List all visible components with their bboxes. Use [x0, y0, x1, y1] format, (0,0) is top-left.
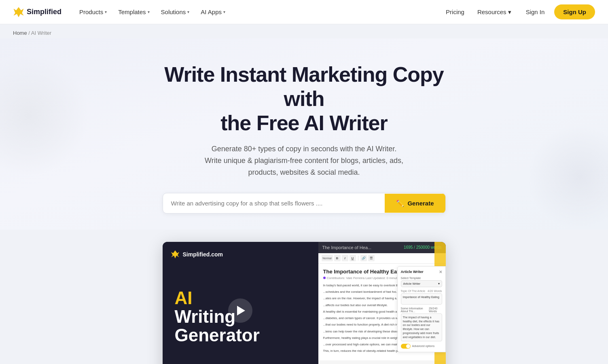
panel-close-button[interactable]: ✕ — [439, 270, 442, 274]
breadcrumb-home[interactable]: Home — [13, 30, 27, 36]
panel-advanced-options[interactable]: Advanced options — [401, 344, 442, 349]
hero-subtitle: Generate 80+ types of copy in seconds wi… — [187, 143, 422, 178]
nav-links: Products ▾ Templates ▾ Solutions ▾ AI Ap… — [74, 5, 441, 19]
logo-icon — [13, 6, 24, 18]
toolbar-normal[interactable]: Normal — [322, 255, 333, 261]
toolbar-list[interactable]: ☰ — [368, 255, 375, 261]
hero-section: Write Instant Marketing Copy with the Fr… — [0, 38, 608, 230]
panel-template-select[interactable]: Article Writer ▾ — [401, 280, 442, 287]
search-bar: ✏️ Generate — [163, 193, 446, 214]
toggle-thumb — [406, 344, 410, 348]
nav-item-templates[interactable]: Templates ▾ — [113, 5, 154, 19]
breadcrumb: Home / AI Writer — [0, 24, 608, 38]
search-input[interactable] — [163, 193, 385, 213]
editor-title-text: The Importance of Hea... — [322, 245, 372, 250]
editor-title-bar: The Importance of Hea... 1695 / 250000 w… — [318, 242, 446, 253]
toolbar-italic[interactable]: I — [342, 255, 348, 261]
video-brand-logo-icon — [171, 250, 180, 259]
panel-info-label: Some Information About Thi... 29/240 Wor… — [401, 307, 442, 313]
chevron-down-icon: ▾ — [508, 8, 511, 16]
logo-text: Simplified — [27, 8, 61, 16]
video-ai-text: AI — [175, 288, 193, 308]
video-container[interactable]: Simplified.com AI Writing Generator The … — [163, 242, 446, 364]
svg-marker-1 — [171, 250, 179, 258]
generate-button[interactable]: ✏️ Generate — [385, 194, 445, 213]
video-brand: Simplified.com — [171, 250, 223, 259]
nav-right: Pricing Resources ▾ Sign In Sign Up — [441, 4, 595, 19]
video-brand-text: Simplified.com — [183, 251, 223, 258]
nav-item-products[interactable]: Products ▾ — [74, 5, 112, 19]
chevron-down-icon: ▾ — [223, 10, 225, 14]
toggle-label: Advanced options — [412, 345, 435, 347]
panel-title: Article Writer ✕ — [401, 270, 442, 274]
chevron-down-icon: ▾ — [105, 10, 107, 14]
play-triangle-icon — [237, 306, 245, 315]
breadcrumb-current: AI Writer — [31, 30, 51, 36]
panel-topic-input[interactable]: Importance of Healthy Eating — [401, 293, 442, 305]
toolbar-underline[interactable]: U — [350, 255, 356, 261]
play-button[interactable] — [228, 298, 252, 323]
navbar: Simplified Products ▾ Templates ▾ Soluti… — [0, 0, 608, 24]
panel-select-template-label: Select Template — [401, 277, 442, 279]
video-left: Simplified.com AI Writing Generator — [163, 242, 318, 364]
signin-button[interactable]: Sign In — [519, 5, 551, 19]
editor-meta-dot — [323, 277, 326, 279]
pricing-link[interactable]: Pricing — [441, 5, 469, 19]
breadcrumb-separator: / — [28, 30, 30, 36]
signup-button[interactable]: Sign Up — [554, 4, 595, 19]
chevron-down-icon: ▾ — [148, 10, 150, 14]
resources-link[interactable]: Resources ▾ — [472, 5, 516, 19]
svg-marker-0 — [14, 7, 23, 17]
video-inner: Simplified.com AI Writing Generator The … — [163, 242, 446, 364]
video-generator-text: Generator — [175, 325, 306, 345]
toolbar-bold[interactable]: B — [334, 255, 341, 261]
generate-icon: ✏️ — [396, 199, 404, 207]
editor-toolbar: Normal B I U 🔗 ☰ — [318, 253, 446, 264]
article-writer-panel: Article Writer ✕ Select Template Article… — [397, 266, 446, 352]
panel-topic-counter: Topic Of The Article 4/20 Words — [401, 290, 442, 292]
toolbar-link[interactable]: 🔗 — [360, 255, 367, 261]
toolbar-divider — [358, 256, 358, 260]
logo-link[interactable]: Simplified — [13, 6, 61, 18]
hero-title: Write Instant Marketing Copy with the Fr… — [150, 63, 458, 135]
toggle-track — [401, 344, 411, 349]
video-right: The Importance of Hea... 1695 / 250000 w… — [318, 242, 446, 364]
panel-info-input[interactable]: The impact of having a healthy diet, the… — [401, 313, 442, 341]
chevron-down-icon: ▾ — [187, 10, 189, 14]
video-section: Simplified.com AI Writing Generator The … — [0, 230, 608, 364]
nav-item-ai-apps[interactable]: AI Apps ▾ — [196, 5, 230, 19]
chevron-down-icon: ▾ — [438, 282, 440, 286]
nav-item-solutions[interactable]: Solutions ▾ — [156, 5, 195, 19]
